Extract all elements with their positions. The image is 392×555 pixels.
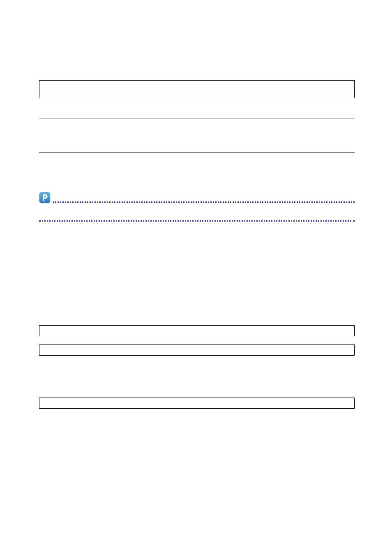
bordered-box [39, 325, 355, 336]
spacer [39, 222, 355, 325]
spacer [39, 118, 355, 153]
icon-dotted-row [39, 192, 355, 204]
bordered-box [39, 398, 355, 409]
bordered-box [39, 80, 355, 98]
spacer [39, 153, 355, 192]
dotted-separator [53, 201, 355, 203]
bordered-box [39, 345, 355, 356]
page-container [0, 0, 392, 409]
parking-icon [39, 192, 51, 204]
